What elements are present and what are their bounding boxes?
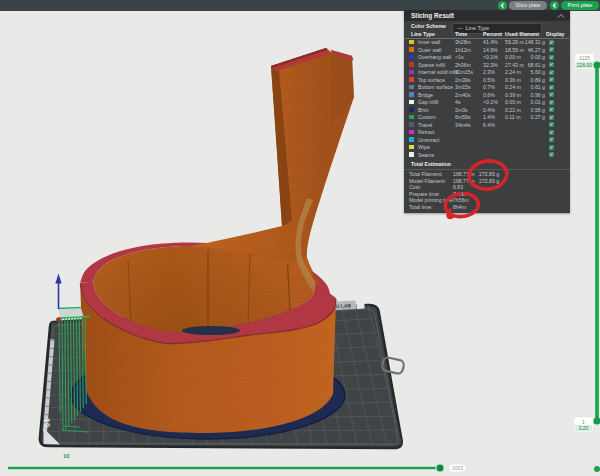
svg-text:10: 10 bbox=[63, 453, 70, 459]
svg-text:1: 1 bbox=[582, 419, 585, 425]
svg-text:01: 01 bbox=[42, 417, 52, 427]
svg-text:1125: 1125 bbox=[579, 55, 590, 61]
svg-text:1003: 1003 bbox=[452, 465, 463, 471]
svg-text:226.00: 226.00 bbox=[577, 62, 593, 68]
svg-text:0.20: 0.20 bbox=[579, 425, 589, 431]
